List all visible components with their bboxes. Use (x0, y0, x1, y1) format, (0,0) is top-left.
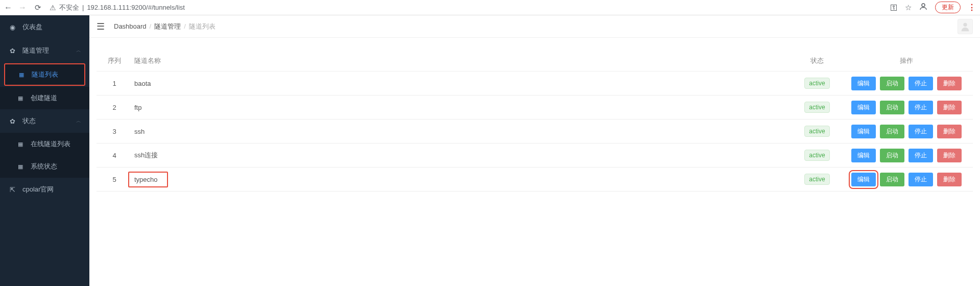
stop-button[interactable]: 停止 (909, 125, 933, 138)
sidebar-item-online-tunnels[interactable]: ▦ 在线隧道列表 (0, 133, 89, 155)
tunnel-table: 序列 隧道名称 状态 操作 1 baota active 编辑 启动 停止 删除 (97, 50, 973, 192)
delete-button[interactable]: 删除 (937, 173, 962, 186)
table-row: 3 ssh active 编辑 启动 停止 删除 (97, 120, 973, 144)
grid-icon: ▦ (16, 163, 25, 170)
insecure-label: 不安全 (59, 3, 79, 12)
sidebar-item-label: 隧道管理 (22, 46, 49, 55)
cell-name: ftp (132, 104, 794, 111)
topbar: ☰ Dashboard / 隧道管理 / 隧道列表 (89, 15, 980, 38)
breadcrumb-current: 隧道列表 (189, 22, 216, 31)
cell-index: 1 (97, 80, 132, 87)
menu-toggle-icon[interactable]: ☰ (97, 21, 105, 32)
cell-name: typecho (132, 172, 794, 187)
sidebar-item-cpolar-site[interactable]: ⇱ cpolar官网 (0, 178, 89, 201)
start-button[interactable]: 启动 (880, 149, 904, 162)
reload-button[interactable]: ⟳ (35, 3, 41, 12)
edit-button[interactable]: 编辑 (851, 149, 876, 162)
avatar[interactable] (958, 19, 973, 34)
cell-name: baota (132, 80, 794, 87)
breadcrumb: Dashboard / 隧道管理 / 隧道列表 (114, 22, 216, 31)
cell-status: active (794, 102, 840, 113)
cell-index: 2 (97, 104, 132, 111)
breadcrumb-tunnel-mgmt[interactable]: 隧道管理 (154, 22, 181, 31)
col-header-index: 序列 (97, 56, 132, 65)
sidebar-item-tunnel-list[interactable]: ▦ 隧道列表 (4, 63, 85, 86)
external-link-icon: ⇱ (8, 186, 16, 194)
status-badge: active (804, 102, 829, 113)
sidebar: ◉ 仪表盘 ✿ 隧道管理 ︿ ▦ 隧道列表 ▦ 创建隧道 ✿ 状态 ︿ ▦ 在线… (0, 15, 89, 286)
delete-button[interactable]: 删除 (937, 149, 962, 162)
manage-icon: ✿ (8, 47, 16, 55)
cell-status: active (794, 174, 840, 185)
table-row: 5 typecho active 编辑 启动 停止 删除 (97, 168, 973, 192)
cell-name: ssh (132, 128, 794, 135)
sidebar-item-label: 系统状态 (31, 162, 57, 171)
table-row: 4 ssh连接 active 编辑 启动 停止 删除 (97, 144, 973, 168)
chevron-up-icon: ︿ (76, 47, 81, 54)
sidebar-item-dashboard[interactable]: ◉ 仪表盘 (0, 15, 89, 39)
stop-button[interactable]: 停止 (909, 101, 933, 114)
stop-button[interactable]: 停止 (909, 149, 933, 162)
sidebar-item-system-status[interactable]: ▦ 系统状态 (0, 155, 89, 178)
cell-status: active (794, 150, 840, 161)
svg-point-1 (963, 22, 967, 26)
status-icon: ✿ (8, 117, 16, 125)
dashboard-icon: ◉ (8, 23, 16, 31)
delete-button[interactable]: 删除 (937, 77, 962, 90)
start-button[interactable]: 启动 (880, 173, 904, 186)
key-icon[interactable]: ⚿ (890, 3, 898, 12)
cell-name: ssh连接 (132, 151, 794, 160)
account-icon[interactable] (919, 2, 928, 13)
sidebar-item-label: 状态 (22, 116, 36, 126)
start-button[interactable]: 启动 (880, 125, 904, 138)
update-button[interactable]: 更新 (935, 2, 961, 13)
start-button[interactable]: 启动 (880, 101, 904, 114)
status-badge: active (804, 150, 829, 161)
col-header-status: 状态 (794, 56, 840, 65)
stop-button[interactable]: 停止 (909, 173, 933, 186)
sidebar-item-label: cpolar官网 (22, 185, 54, 194)
edit-button[interactable]: 编辑 (851, 173, 876, 186)
back-button[interactable]: ← (4, 3, 12, 12)
col-header-actions: 操作 (840, 56, 973, 65)
cell-index: 3 (97, 128, 132, 135)
table-row: 2 ftp active 编辑 启动 停止 删除 (97, 96, 973, 120)
edit-button[interactable]: 编辑 (851, 77, 876, 90)
table-header: 序列 隧道名称 状态 操作 (97, 50, 973, 72)
sidebar-item-label: 隧道列表 (32, 70, 58, 79)
chevron-up-icon: ︿ (76, 117, 81, 125)
forward-button[interactable]: → (18, 3, 27, 12)
cell-index: 5 (97, 176, 132, 183)
browser-toolbar: ← → ⟳ ⚠ 不安全 | 192.168.1.111:9200/#/tunne… (0, 0, 980, 15)
status-badge: active (804, 126, 829, 137)
sidebar-item-status[interactable]: ✿ 状态 ︿ (0, 109, 89, 133)
status-badge: active (804, 174, 829, 185)
cell-status: active (794, 78, 840, 89)
insecure-icon: ⚠ (50, 4, 56, 12)
stop-button[interactable]: 停止 (909, 77, 933, 90)
col-header-name: 隧道名称 (132, 56, 794, 65)
sidebar-item-label: 创建隧道 (31, 93, 57, 103)
url-text: 192.168.1.111:9200/#/tunnels/list (87, 4, 185, 11)
cell-status: active (794, 126, 840, 137)
sidebar-item-label: 仪表盘 (22, 22, 42, 32)
more-menu-icon[interactable]: ⋮ (968, 3, 976, 12)
address-bar[interactable]: ⚠ 不安全 | 192.168.1.111:9200/#/tunnels/lis… (50, 3, 185, 12)
grid-icon: ▦ (17, 72, 26, 78)
start-button[interactable]: 启动 (880, 77, 904, 90)
delete-button[interactable]: 删除 (937, 125, 962, 138)
breadcrumb-dashboard[interactable]: Dashboard (114, 22, 147, 30)
grid-icon: ▦ (16, 141, 25, 148)
edit-button[interactable]: 编辑 (851, 125, 876, 138)
status-badge: active (804, 78, 829, 89)
grid-icon: ▦ (16, 95, 25, 102)
bookmark-icon[interactable]: ☆ (905, 3, 912, 12)
delete-button[interactable]: 删除 (937, 101, 962, 114)
edit-button[interactable]: 编辑 (851, 101, 876, 114)
sidebar-item-label: 在线隧道列表 (31, 139, 70, 149)
cell-index: 4 (97, 152, 132, 159)
table-row: 1 baota active 编辑 启动 停止 删除 (97, 72, 973, 96)
sidebar-item-tunnel-mgmt[interactable]: ✿ 隧道管理 ︿ (0, 39, 89, 62)
svg-point-0 (922, 4, 925, 7)
sidebar-item-create-tunnel[interactable]: ▦ 创建隧道 (0, 87, 89, 109)
